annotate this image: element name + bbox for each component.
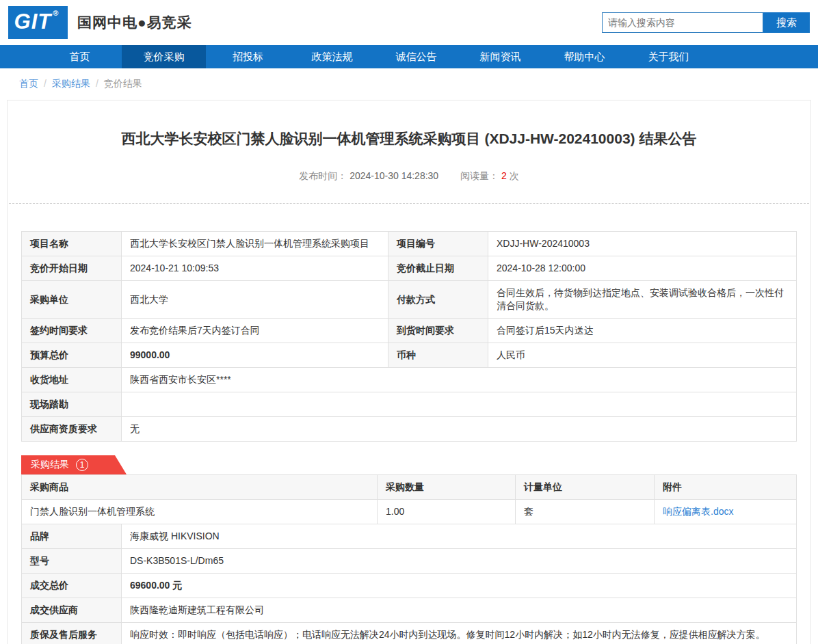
field-label: 币种 bbox=[388, 343, 488, 368]
table-row: 成交总价 69600.00 元 bbox=[22, 574, 797, 598]
product-unit: 套 bbox=[516, 500, 655, 524]
field-label: 品牌 bbox=[22, 524, 122, 549]
field-label: 型号 bbox=[22, 549, 122, 574]
article-meta: 发布时间：2024-10-30 14:28:30 阅读量：2次 bbox=[8, 170, 810, 183]
table-row: 竞价开始日期 2024-10-21 10:09:53 竞价截止日期 2024-1… bbox=[22, 256, 797, 281]
field-value: 西北大学 bbox=[122, 281, 388, 319]
field-label: 成交供应商 bbox=[22, 598, 122, 623]
main-nav: 首页 竞价采购 招投标 政策法规 诚信公告 新闻资讯 帮助中心 关于我们 bbox=[0, 45, 818, 68]
field-value: 陕西省西安市长安区**** bbox=[122, 368, 797, 392]
field-label: 签约时间要求 bbox=[22, 319, 122, 343]
table-row: 品牌 海康威视 HIKVISION bbox=[22, 524, 797, 549]
table-row: 成交供应商 陕西隆乾迪斯建筑工程有限公司 bbox=[22, 598, 797, 623]
table-row: 质保及售后服务 响应时效：即时响应（包括电话响应）；电话响应无法解决24小时内到… bbox=[22, 623, 797, 644]
table-row: 现场踏勘 bbox=[22, 392, 797, 417]
registered-trademark-icon: ® bbox=[53, 6, 59, 20]
nav-item-policies[interactable]: 政策法规 bbox=[290, 45, 374, 68]
field-label: 竞价截止日期 bbox=[388, 256, 488, 281]
column-header: 采购商品 bbox=[22, 475, 378, 500]
table-row: 供应商资质要求 无 bbox=[22, 417, 797, 442]
table-row: 预算总价 99000.00 币种 人民币 bbox=[22, 343, 797, 368]
field-value: XDJJ-HW-202410003 bbox=[488, 232, 797, 256]
publish-time: 发布时间：2024-10-30 14:28:30 bbox=[299, 170, 438, 181]
field-label: 现场踏勘 bbox=[22, 392, 122, 417]
field-value: 合同生效后，待货物到达指定地点、安装调试验收合格后，一次性付清合同货款。 bbox=[488, 281, 797, 319]
field-value: 陕西隆乾迪斯建筑工程有限公司 bbox=[122, 598, 797, 623]
field-label: 收货地址 bbox=[22, 368, 122, 392]
table-row: 项目名称 西北大学长安校区门禁人脸识别一体机管理系统采购项目 项目编号 XDJJ… bbox=[22, 232, 797, 256]
breadcrumb-procurement-results[interactable]: 采购结果 bbox=[52, 78, 90, 89]
nav-item-bidding-procurement[interactable]: 竞价采购 bbox=[122, 45, 206, 68]
table-row: 收货地址 陕西省西安市长安区**** bbox=[22, 368, 797, 392]
table-row: 采购单位 西北大学 付款方式 合同生效后，待货物到达指定地点、安装调试验收合格后… bbox=[22, 281, 797, 319]
field-value: 无 bbox=[122, 417, 797, 442]
nav-item-home[interactable]: 首页 bbox=[38, 45, 122, 68]
result-table: 采购商品 采购数量 计量单位 附件 门禁人脸识别一体机管理系统 1.00 套 响… bbox=[21, 474, 797, 644]
read-count: 阅读量：2次 bbox=[460, 170, 519, 181]
column-header: 采购数量 bbox=[378, 475, 516, 500]
field-label: 供应商资质要求 bbox=[22, 417, 122, 442]
field-value: 海康威视 HIKVISION bbox=[122, 524, 797, 549]
field-label: 采购单位 bbox=[22, 281, 122, 319]
product-row: 门禁人脸识别一体机管理系统 1.00 套 响应偏离表.docx bbox=[22, 500, 797, 524]
field-value: 西北大学长安校区门禁人脸识别一体机管理系统采购项目 bbox=[122, 232, 388, 256]
table-header-row: 采购商品 采购数量 计量单位 附件 bbox=[22, 475, 797, 500]
field-label: 项目编号 bbox=[388, 232, 488, 256]
breadcrumb: 首页/采购结果/竞价结果 bbox=[0, 68, 818, 100]
field-label: 付款方式 bbox=[388, 281, 488, 319]
table-row: 签约时间要求 发布竞价结果后7天内签订合同 到货时间要求 合同签订后15天内送达 bbox=[22, 319, 797, 343]
project-info-table: 项目名称 西北大学长安校区门禁人脸识别一体机管理系统采购项目 项目编号 XDJJ… bbox=[21, 231, 797, 442]
badge-count: 1 bbox=[76, 459, 88, 471]
breadcrumb-home[interactable]: 首页 bbox=[19, 78, 38, 89]
field-value: DS-K3B501S-L/Dm65 bbox=[122, 549, 797, 574]
budget-total-price: 99000.00 bbox=[122, 343, 388, 368]
nav-item-tendering[interactable]: 招投标 bbox=[206, 45, 290, 68]
field-value bbox=[122, 392, 797, 417]
procurement-result-badge: 采购结果 1 bbox=[21, 455, 127, 474]
brand[interactable]: GIT® 国网中电●易竞采 bbox=[8, 6, 192, 39]
field-label: 预算总价 bbox=[22, 343, 122, 368]
field-value: 2024-10-21 10:09:53 bbox=[122, 256, 388, 281]
site-name: 国网中电●易竞采 bbox=[77, 13, 192, 32]
logo-text: GIT bbox=[14, 6, 52, 38]
logo[interactable]: GIT® bbox=[8, 6, 68, 39]
attachment-link[interactable]: 响应偏离表.docx bbox=[663, 506, 733, 517]
nav-item-integrity-notice[interactable]: 诚信公告 bbox=[374, 45, 458, 68]
search-button[interactable]: 搜索 bbox=[763, 12, 810, 33]
content-card: 西北大学长安校区门禁人脸识别一体机管理系统采购项目 (XDJJ-HW-20241… bbox=[7, 100, 811, 644]
breadcrumb-separator: / bbox=[96, 78, 98, 89]
product-quantity: 1.00 bbox=[378, 500, 516, 524]
product-name: 门禁人脸识别一体机管理系统 bbox=[22, 500, 378, 524]
deal-total-price: 69600.00 元 bbox=[122, 574, 797, 598]
field-value: 人民币 bbox=[488, 343, 797, 368]
nav-item-news[interactable]: 新闻资讯 bbox=[458, 45, 542, 68]
field-value: 2024-10-28 12:00:00 bbox=[488, 256, 797, 281]
page-title: 西北大学长安校区门禁人脸识别一体机管理系统采购项目 (XDJJ-HW-20241… bbox=[42, 129, 776, 148]
dashed-divider bbox=[9, 203, 809, 204]
field-label: 成交总价 bbox=[22, 574, 122, 598]
field-value: 合同签订后15天内送达 bbox=[488, 319, 797, 343]
column-header: 计量单位 bbox=[516, 475, 655, 500]
breadcrumb-separator: / bbox=[44, 78, 47, 89]
field-value: 发布竞价结果后7天内签订合同 bbox=[122, 319, 388, 343]
table-row: 型号 DS-K3B501S-L/Dm65 bbox=[22, 549, 797, 574]
top-header: GIT® 国网中电●易竞采 搜索 bbox=[0, 0, 818, 45]
breadcrumb-current: 竞价结果 bbox=[104, 78, 142, 89]
nav-item-about-us[interactable]: 关于我们 bbox=[626, 45, 711, 68]
badge-label: 采购结果 bbox=[31, 459, 69, 471]
field-value: 响应时效：即时响应（包括电话响应）；电话响应无法解决24小时内到达现场。修复时间… bbox=[122, 623, 797, 644]
search-box: 搜索 bbox=[602, 12, 810, 33]
search-input[interactable] bbox=[602, 12, 763, 33]
field-label: 竞价开始日期 bbox=[22, 256, 122, 281]
nav-item-help-center[interactable]: 帮助中心 bbox=[542, 45, 626, 68]
column-header: 附件 bbox=[655, 475, 797, 500]
field-label: 项目名称 bbox=[22, 232, 122, 256]
field-label: 质保及售后服务 bbox=[22, 623, 122, 644]
field-label: 到货时间要求 bbox=[388, 319, 488, 343]
